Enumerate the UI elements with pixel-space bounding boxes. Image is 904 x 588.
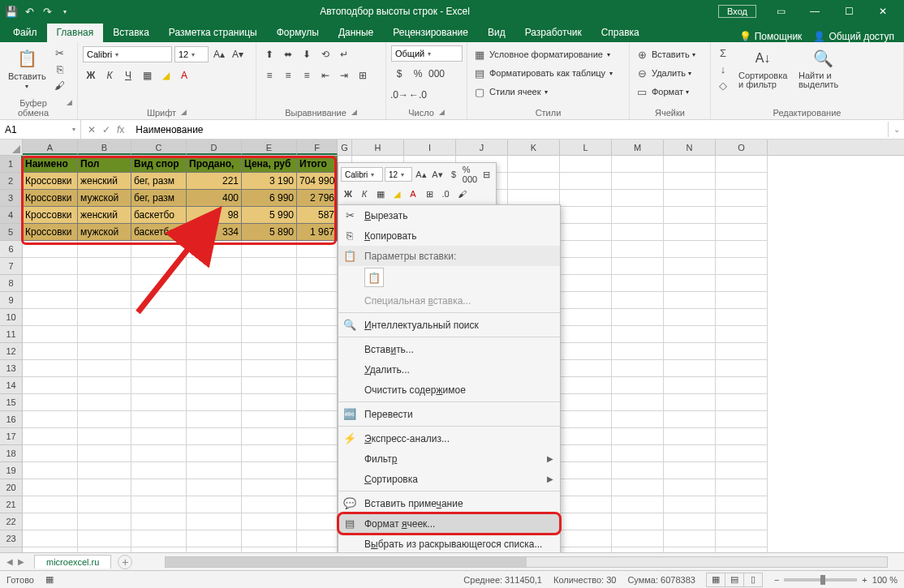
cell[interactable] [297,530,338,547]
sheet-tab[interactable]: microexcel.ru [34,555,111,569]
percent-icon[interactable]: % [410,66,426,82]
cell[interactable] [560,377,612,394]
cell[interactable] [560,394,612,411]
cell[interactable]: Кроссовки [23,207,78,224]
cell[interactable] [612,207,664,224]
cell[interactable] [131,530,187,547]
tab-developer[interactable]: Разработчик [515,24,592,42]
cell[interactable] [664,224,716,241]
find-select-button[interactable]: 🔍 Найти и выделить [795,45,850,91]
cell[interactable] [297,326,338,343]
cell[interactable] [612,360,664,377]
cell[interactable] [612,394,664,411]
cell[interactable] [612,445,664,462]
row-header[interactable]: 3 [0,190,23,207]
tab-pagelayout[interactable]: Разметка страницы [159,24,267,42]
fill-color-icon[interactable]: ◢ [157,67,174,84]
cell[interactable] [297,428,338,445]
cell[interactable] [78,513,131,530]
cell[interactable] [131,462,187,479]
cell[interactable] [612,428,664,445]
cell[interactable] [716,411,768,428]
dialog-launcher-icon[interactable]: ◢ [439,108,445,118]
cell[interactable] [187,394,242,411]
ctx-filter[interactable]: Фильтр▶ [338,449,560,469]
wrap-text-icon[interactable]: ↵ [336,46,352,62]
mini-borders-icon[interactable]: ▦ [373,187,388,201]
cell[interactable] [664,496,716,513]
bold-button[interactable]: Ж [83,67,99,84]
enter-formula-icon[interactable]: ✓ [102,124,110,135]
cell[interactable] [664,394,716,411]
cell[interactable]: 1 967 [297,224,338,241]
cell[interactable] [297,241,338,258]
cell[interactable] [560,513,612,530]
cell[interactable] [242,530,297,547]
cell[interactable] [187,530,242,547]
paste-default-icon[interactable]: 📋 [364,268,384,287]
grow-font-icon[interactable]: A▴ [211,46,227,62]
cell[interactable] [716,173,768,190]
cell[interactable] [297,275,338,292]
format-painter-icon[interactable]: 🖌 [53,78,67,92]
cell[interactable] [187,479,242,496]
row-header[interactable]: 15 [0,394,23,411]
cell[interactable] [716,428,768,445]
cell[interactable] [187,343,242,360]
cell[interactable] [242,513,297,530]
cancel-formula-icon[interactable]: ✕ [88,124,96,135]
cell[interactable] [664,207,716,224]
mini-font-combo[interactable]: Calibri▾ [341,167,383,182]
cell[interactable] [131,411,187,428]
cell[interactable] [131,309,187,326]
cell[interactable] [664,479,716,496]
zoom-out-icon[interactable]: − [774,575,779,585]
cell-styles-button[interactable]: ▢Стили ячеек▾ [472,83,624,101]
comma-icon[interactable]: 000 [428,66,445,82]
row-header[interactable]: 10 [0,309,23,326]
cell[interactable] [23,343,78,360]
row-header[interactable]: 14 [0,377,23,394]
cell[interactable]: Пол [78,156,131,173]
cell[interactable] [242,326,297,343]
delete-cells-button[interactable]: ⊖Удалить▾ [635,64,691,82]
cell[interactable] [23,445,78,462]
ctx-delete[interactable]: Удалить... [338,359,560,380]
cell[interactable]: баскетбо [131,224,187,241]
font-color-icon[interactable]: A [176,67,192,84]
signin-button[interactable]: Вход [718,5,756,18]
mini-merge-icon[interactable]: ⊟ [479,167,493,182]
cell[interactable] [716,207,768,224]
cell[interactable] [242,394,297,411]
cell[interactable] [242,479,297,496]
ctx-quick-analysis[interactable]: ⚡Экспресс-анализ... [338,428,560,449]
cell[interactable] [716,241,768,258]
tell-me[interactable]: 💡Помощник [739,31,803,42]
cell[interactable] [187,377,242,394]
align-top-icon[interactable]: ⬆ [261,46,278,62]
cell[interactable] [23,360,78,377]
cell[interactable] [612,292,664,309]
ctx-insert-comment[interactable]: 💬Вставить примечание [338,493,560,513]
cell[interactable] [612,173,664,190]
column-header[interactable]: K [508,139,560,155]
cell[interactable]: баскетбо [131,207,187,224]
row-header[interactable]: 5 [0,224,23,241]
row-header[interactable]: 18 [0,445,23,462]
tab-formulas[interactable]: Формулы [267,24,329,42]
column-header[interactable]: G [338,139,352,155]
clear-icon[interactable]: ◇ [716,78,730,92]
row-header[interactable]: 6 [0,241,23,258]
cell[interactable]: 221 [187,173,242,190]
column-header[interactable]: I [404,139,456,155]
cell[interactable] [716,326,768,343]
cell[interactable]: бег, разм [131,190,187,207]
dialog-launcher-icon[interactable]: ◢ [181,108,187,118]
cell[interactable] [612,411,664,428]
zoom-slider[interactable] [784,578,857,582]
cell[interactable] [716,445,768,462]
cell[interactable]: Кроссовки [23,224,78,241]
cell[interactable] [664,428,716,445]
cell[interactable] [187,275,242,292]
save-icon[interactable]: 💾 [5,5,18,18]
